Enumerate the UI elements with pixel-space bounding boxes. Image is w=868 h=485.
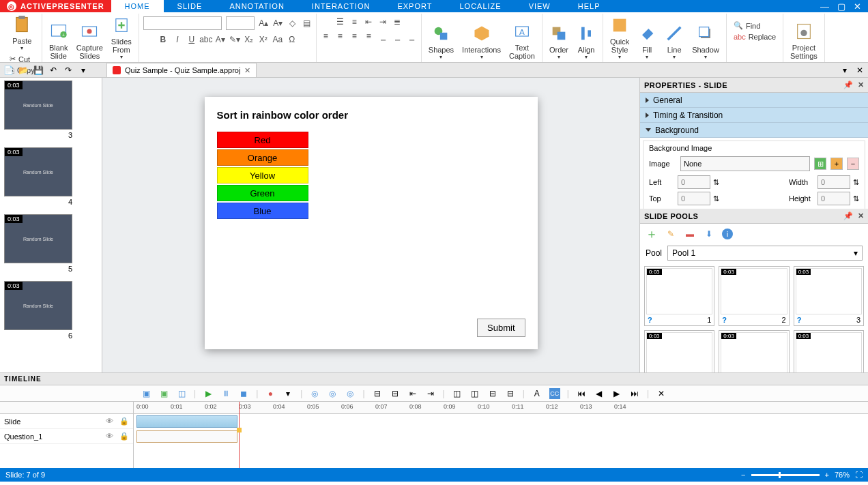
pin-icon[interactable]: 📌 — [843, 80, 854, 89]
tl-cc-icon[interactable]: CC — [549, 388, 560, 399]
pin-icon[interactable]: 📌 — [843, 211, 854, 220]
zoom-fit-icon[interactable]: ⛶ — [855, 471, 863, 479]
pool-thumbnail[interactable]: 0:03?2 — [719, 266, 789, 326]
accordion-general[interactable]: General — [640, 93, 868, 108]
edit-pool-icon[interactable]: ✎ — [665, 228, 677, 240]
maximize-icon[interactable]: ▢ — [837, 1, 845, 12]
qat-dropdown-icon[interactable]: ▾ — [78, 65, 89, 76]
font-color-icon[interactable]: A▾ — [215, 34, 225, 44]
fill-button[interactable]: Fill▾ — [635, 14, 659, 61]
font-size-combo[interactable] — [226, 16, 255, 30]
eye-icon[interactable]: 👁 — [106, 432, 115, 441]
document-tab[interactable]: Quiz Sample - Quiz Sample.approj ✕ — [106, 63, 257, 77]
cut-button[interactable]: ✂Cut — [8, 54, 36, 64]
track-question[interactable]: Question_1👁🔒 — [0, 429, 133, 444]
line-spacing-icon[interactable]: ≣ — [392, 16, 403, 27]
menu-tab-help[interactable]: HELP — [564, 0, 614, 12]
replace-button[interactable]: abcReplace — [732, 32, 777, 42]
tl-tool-icon[interactable]: A — [532, 388, 542, 399]
pool-thumbnail[interactable]: 0:03?1 — [644, 266, 714, 326]
inc-indent-icon[interactable]: ⇥ — [378, 16, 388, 27]
paste-button[interactable]: Paste ▾ — [10, 14, 34, 53]
sortable-item[interactable]: Orange — [217, 149, 308, 166]
delete-pool-icon[interactable]: ▬ — [684, 228, 696, 240]
justify-icon[interactable]: ≡ — [364, 31, 374, 41]
tl-tool-icon[interactable]: ⊟ — [487, 388, 498, 399]
shapes-button[interactable]: Shapes▾ — [426, 14, 457, 61]
text-caption-button[interactable]: AText Caption — [506, 14, 538, 61]
tl-tool-icon[interactable]: ◎ — [345, 388, 356, 399]
close-panel-icon[interactable]: ✕ — [858, 80, 865, 89]
new-icon[interactable]: 📄 — [3, 65, 14, 76]
align-center-icon[interactable]: ≡ — [335, 31, 345, 41]
italic-icon[interactable]: I — [172, 34, 182, 44]
line-button[interactable]: Line▾ — [662, 14, 686, 61]
track-slide[interactable]: Slide👁🔒 — [0, 414, 133, 429]
left-input[interactable]: 0 — [678, 175, 710, 189]
stop-icon[interactable]: ◼ — [238, 388, 249, 399]
back-icon[interactable]: ◀ — [594, 388, 605, 399]
timeline-segment-slide[interactable] — [136, 415, 237, 428]
close-tab-icon[interactable]: ✕ — [244, 66, 250, 75]
submit-button[interactable]: Submit — [477, 319, 525, 337]
slide-thumbnail[interactable]: 0:03Random Slide5 — [4, 214, 102, 273]
pool-thumbnail[interactable]: 0:03?5 — [719, 330, 789, 372]
menu-tab-view[interactable]: VIEW — [515, 0, 564, 12]
close-icon[interactable]: ✕ — [854, 1, 861, 12]
shadow-button[interactable]: Shadow▾ — [689, 14, 722, 61]
zoom-in-icon[interactable]: + — [825, 471, 829, 479]
tl-tool-icon[interactable]: ⇥ — [425, 388, 436, 399]
tl-tool-icon[interactable]: ◎ — [309, 388, 320, 399]
menu-tab-localize[interactable]: LOCALIZE — [446, 0, 515, 12]
spinner-icon[interactable]: ⇅ — [713, 194, 719, 203]
case-icon[interactable]: Aa — [272, 34, 283, 44]
menu-tab-home[interactable]: HOME — [111, 0, 164, 12]
width-input[interactable]: 0 — [818, 175, 850, 189]
order-button[interactable]: Order▾ — [547, 14, 571, 61]
minimize-icon[interactable]: — — [820, 1, 829, 12]
tl-zoom-icon[interactable]: ▣ — [141, 388, 151, 399]
redo-icon[interactable]: ↷ — [63, 65, 74, 76]
bg-browse-icon[interactable]: ⊞ — [814, 158, 826, 170]
tl-snap-icon[interactable]: ▣ — [158, 388, 169, 399]
align-button[interactable]: Align▾ — [574, 14, 598, 61]
rec-menu-icon[interactable]: ▾ — [283, 388, 293, 399]
project-settings-button[interactable]: Project Settings — [787, 14, 820, 61]
slide-thumbnail[interactable]: 0:03Random Slide6 — [4, 281, 102, 340]
lock-icon[interactable]: 🔒 — [119, 417, 129, 426]
superscript-icon[interactable]: X² — [258, 34, 268, 44]
tl-tool-icon[interactable]: ⊟ — [390, 388, 401, 399]
next-icon[interactable]: ⏭ — [629, 388, 640, 399]
zoom-slider[interactable] — [751, 474, 820, 476]
find-button[interactable]: 🔍Find — [732, 20, 777, 31]
pause-icon[interactable]: ⏸ — [220, 388, 231, 399]
pool-thumbnail[interactable]: 0:03?6 — [794, 330, 864, 372]
import-icon[interactable]: ⬇ — [703, 228, 715, 240]
lock-icon[interactable]: 🔒 — [119, 432, 129, 441]
dec-indent-icon[interactable]: ⇤ — [364, 16, 374, 27]
height-input[interactable]: 0 — [818, 192, 850, 205]
sortable-item[interactable]: Green — [217, 185, 308, 201]
accordion-background[interactable]: Background — [640, 123, 868, 138]
zoom-out-icon[interactable]: − — [741, 471, 745, 479]
tl-tool-icon[interactable]: ◎ — [327, 388, 338, 399]
playhead[interactable] — [239, 402, 240, 468]
menu-tab-slide[interactable]: SLIDE — [164, 0, 216, 12]
open-icon[interactable]: 📂 — [18, 65, 29, 76]
bullets-icon[interactable]: ☰ — [335, 16, 345, 27]
spinner-icon[interactable]: ⇅ — [853, 194, 859, 203]
tl-tool-icon[interactable]: ◫ — [469, 388, 480, 399]
underline-icon[interactable]: U — [186, 34, 197, 44]
accordion-timing[interactable]: Timing & Transition — [640, 108, 868, 123]
slide-canvas[interactable]: Sort in rainbow color order RedOrangeYel… — [205, 97, 538, 349]
slide-thumbnails[interactable]: 0:03Random Slide30:03Random Slide40:03Ra… — [0, 78, 102, 372]
info-icon[interactable]: i — [722, 229, 733, 239]
bg-add-icon[interactable]: + — [830, 158, 843, 170]
add-pool-icon[interactable]: ＋ — [646, 228, 658, 240]
sortable-list[interactable]: RedOrangeYellowGreenBlue — [217, 132, 525, 219]
capture-slides-button[interactable]: Capture Slides — [74, 14, 106, 61]
tl-close-icon[interactable]: ✕ — [656, 388, 667, 399]
quick-style-button[interactable]: Quick Style▾ — [607, 14, 632, 61]
menu-tab-export[interactable]: EXPORT — [384, 0, 446, 12]
prev-icon[interactable]: ⏮ — [576, 388, 587, 399]
